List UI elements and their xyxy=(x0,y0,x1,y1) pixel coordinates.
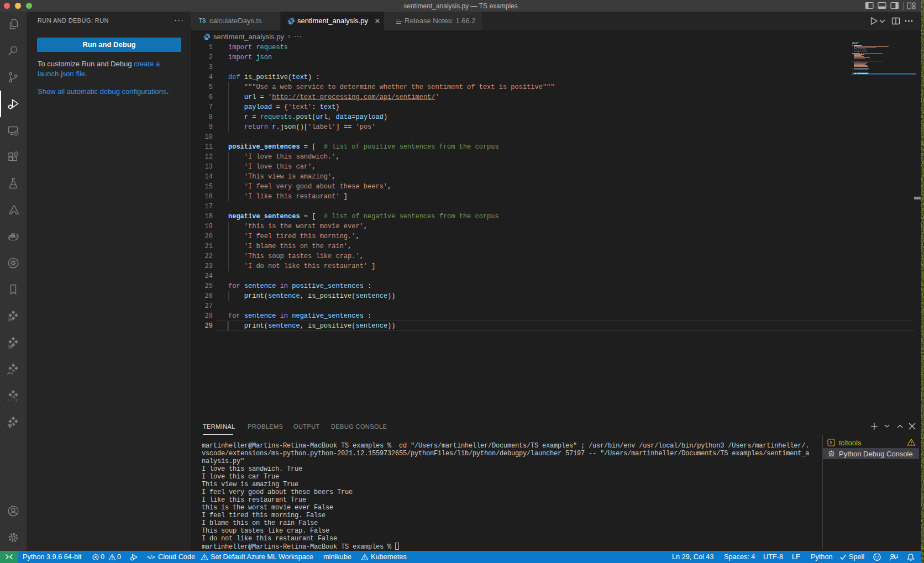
svg-text:[···]: [···] xyxy=(7,398,17,402)
svg-text:API: API xyxy=(7,371,13,375)
